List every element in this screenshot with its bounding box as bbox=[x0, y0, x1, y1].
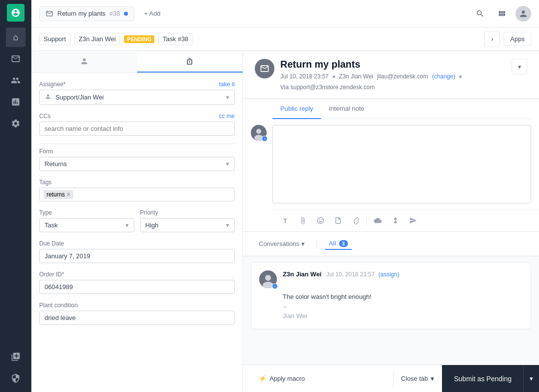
breadcrumb-nav-button[interactable]: › bbox=[484, 31, 500, 47]
tab-ticket[interactable] bbox=[137, 51, 243, 73]
grid-button[interactable] bbox=[494, 6, 510, 22]
submit-label: Submit as Pending bbox=[454, 375, 512, 383]
lightning-icon: ⚡ bbox=[259, 375, 267, 382]
submit-button[interactable]: Submit as Pending bbox=[442, 365, 523, 392]
add-button[interactable]: + Add bbox=[140, 8, 165, 19]
ticket-header: Return my plants Jul 10, 2018 23:57 Z3n … bbox=[243, 51, 539, 99]
due-date-field-group: Due Date bbox=[39, 240, 235, 263]
apps-button[interactable]: Apps bbox=[504, 32, 531, 46]
nav-guide-icon[interactable] bbox=[6, 347, 25, 367]
breadcrumb-task[interactable]: Task #38 bbox=[158, 33, 193, 45]
message-sig-dash: -- bbox=[283, 302, 523, 312]
assignee-icon bbox=[45, 93, 51, 101]
order-id-input[interactable] bbox=[39, 280, 235, 294]
ticket-date: Jul 10, 2018 23:57 bbox=[280, 73, 329, 80]
ticket-title: Return my plants bbox=[280, 59, 506, 70]
type-select[interactable]: Task ▾ bbox=[39, 218, 134, 232]
message-assign-link[interactable]: (assign) bbox=[378, 271, 399, 278]
bottom-action-bar: ⚡ Apply macro Close tab ▾ Submit as Pend… bbox=[243, 365, 539, 392]
emoji-button[interactable] bbox=[314, 214, 327, 227]
attach-button[interactable] bbox=[296, 214, 310, 227]
cc-me-link[interactable]: cc me bbox=[219, 113, 235, 120]
conversations-filter-label: Conversations bbox=[259, 240, 299, 247]
tag-text: returns bbox=[47, 191, 65, 198]
form-select[interactable]: Returns ▾ bbox=[39, 157, 235, 171]
svg-point-1 bbox=[256, 129, 261, 134]
panel-tabs bbox=[31, 51, 243, 73]
breadcrumb-task-label: Task #38 bbox=[163, 35, 188, 43]
nav-home-icon[interactable]: ⌂ bbox=[6, 27, 25, 47]
tab-public-reply[interactable]: Public reply bbox=[272, 99, 321, 119]
nav-settings-icon[interactable] bbox=[6, 114, 25, 133]
ccs-label: CCs cc me bbox=[39, 113, 235, 120]
tab-user[interactable] bbox=[31, 51, 137, 73]
type-field-group: Type Task ▾ bbox=[39, 209, 134, 232]
tab-internal-note[interactable]: Internal note bbox=[321, 99, 372, 119]
nav-security-icon[interactable] bbox=[6, 368, 25, 388]
message-avatar-badge: + bbox=[272, 283, 278, 289]
tags-container[interactable]: returns × bbox=[39, 188, 235, 201]
nav-users-icon[interactable] bbox=[6, 71, 25, 90]
divider-1 bbox=[39, 144, 235, 144]
collapse-button[interactable]: ▾ bbox=[512, 59, 527, 74]
document-button[interactable] bbox=[331, 214, 345, 227]
close-tab-button[interactable]: Close tab ▾ bbox=[393, 370, 442, 387]
message-body: The color wasn't bright enough! -- Jian … bbox=[283, 292, 523, 321]
due-date-input[interactable] bbox=[39, 249, 235, 263]
nav-reports-icon[interactable] bbox=[6, 92, 25, 112]
conversations-header: Conversations ▾ All 3 bbox=[243, 232, 539, 256]
assignee-label: Assignee* take it bbox=[39, 81, 235, 88]
send-button[interactable] bbox=[406, 214, 420, 227]
left-sidebar: ⌂ bbox=[0, 0, 31, 392]
assignee-row: Support/Jian Wei bbox=[45, 93, 104, 101]
message-sender-name: Z3n Jian Wei bbox=[283, 270, 321, 278]
app-logo[interactable] bbox=[7, 4, 24, 22]
ticket-tab[interactable]: Return my plants #38 bbox=[39, 6, 134, 21]
apply-macro-button[interactable]: ⚡ Apply macro bbox=[251, 370, 313, 387]
plant-condition-input[interactable] bbox=[39, 311, 235, 325]
ticket-requester: Z3n Jian Wei bbox=[339, 73, 373, 80]
ccs-field-group: CCs cc me bbox=[39, 113, 235, 136]
search-button[interactable] bbox=[472, 6, 488, 22]
content-area: Assignee* take it Support/Jian Wei ▾ bbox=[31, 51, 539, 392]
conversations-filter[interactable]: Conversations ▾ bbox=[255, 238, 309, 249]
tags-field-group: Tags returns × bbox=[39, 179, 235, 201]
assignee-select[interactable]: Support/Jian Wei ▾ bbox=[39, 90, 235, 105]
svg-point-4 bbox=[265, 275, 271, 281]
breadcrumb-support[interactable]: Support bbox=[39, 33, 71, 45]
ticket-tab-title: Return my plants bbox=[57, 10, 105, 17]
toolbar-divider-1 bbox=[367, 216, 367, 225]
priority-value: High bbox=[146, 221, 159, 229]
user-avatar[interactable] bbox=[515, 6, 531, 22]
cloud-button[interactable] bbox=[371, 214, 385, 227]
tag-remove-icon[interactable]: × bbox=[67, 191, 70, 198]
plant-condition-label: Plant condition bbox=[39, 302, 235, 309]
breadcrumb-support-label: Support bbox=[44, 35, 66, 43]
ccs-input[interactable] bbox=[39, 122, 235, 136]
submit-dropdown-button[interactable]: ▾ bbox=[523, 365, 539, 392]
change-link[interactable]: (change) bbox=[432, 73, 455, 80]
breadcrumb-bar: Support Z3n Jian Wei PENDING Task #38 › … bbox=[31, 27, 539, 51]
type-chevron-icon: ▾ bbox=[125, 221, 129, 229]
nav-inbox-icon[interactable] bbox=[6, 49, 25, 69]
left-panel: Assignee* take it Support/Jian Wei ▾ bbox=[31, 51, 243, 392]
panel-content: Assignee* take it Support/Jian Wei ▾ bbox=[31, 73, 243, 392]
ticket-tab-number: #38 bbox=[109, 10, 120, 17]
assignee-value: Support/Jian Wei bbox=[55, 94, 104, 101]
meta-dot-1 bbox=[333, 75, 335, 78]
conversations-all-filter[interactable]: All 3 bbox=[325, 238, 352, 250]
reply-tabs: Public reply Internal note bbox=[272, 99, 531, 119]
type-priority-row: Type Task ▾ Priority High ▾ bbox=[39, 209, 235, 240]
reply-textarea[interactable] bbox=[272, 125, 531, 203]
ticket-meta: Jul 10, 2018 23:57 Z3n Jian Wei jliau@ze… bbox=[280, 73, 506, 91]
link-button[interactable] bbox=[349, 214, 363, 227]
priority-select[interactable]: High ▾ bbox=[140, 218, 235, 232]
form-label: Form bbox=[39, 148, 235, 155]
text-format-button[interactable]: T bbox=[278, 214, 292, 227]
close-tab-label: Close tab bbox=[401, 375, 428, 382]
dropbox-button[interactable] bbox=[389, 214, 402, 227]
breadcrumb-requester[interactable]: Z3n Jian Wei bbox=[74, 33, 121, 45]
add-label: + Add bbox=[144, 10, 161, 17]
take-it-link[interactable]: take it bbox=[219, 81, 235, 88]
ticket-status-dot bbox=[124, 12, 128, 16]
